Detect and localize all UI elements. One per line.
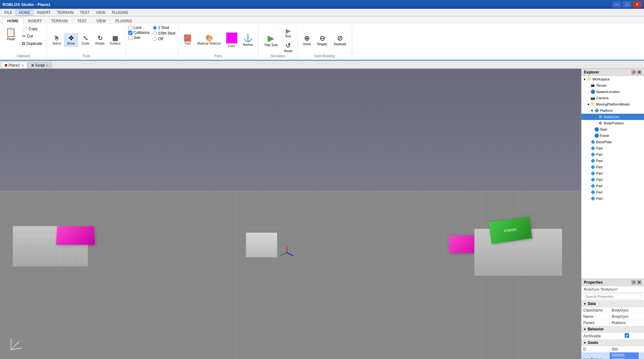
color-swatch[interactable] (226, 32, 237, 44)
separate-button[interactable]: ⊘ Separate (331, 33, 349, 47)
tree-part-8[interactable]: 🔷 Part (581, 189, 644, 195)
menu-plugins[interactable]: PLUGINS (108, 10, 131, 15)
script-tab-label: Script (35, 63, 45, 68)
rotate-button[interactable]: ↻ Rotate (93, 33, 107, 47)
menu-home[interactable]: HOME (15, 9, 34, 16)
tab-insert[interactable]: INSERT (23, 18, 47, 24)
menu-view[interactable]: VIEW (92, 10, 108, 15)
stud-1-radio[interactable] (153, 26, 157, 30)
viewport[interactable]: FINISH (0, 69, 581, 359)
negate-icon: ⊖ (319, 34, 325, 42)
stud-off-radio[interactable] (153, 37, 157, 41)
maxtorque-expand-btn[interactable]: ▶ (639, 357, 644, 359)
copy-button[interactable]: 📄 Copy (20, 25, 44, 32)
tab-script[interactable]: Script ✕ (28, 62, 52, 68)
run-button[interactable]: ▶ Run (282, 25, 295, 40)
reset-icon: ↺ (286, 42, 291, 49)
tab-view[interactable]: VIEW (92, 18, 111, 24)
tab-test[interactable]: TEST (72, 18, 92, 24)
join-checkbox[interactable] (128, 36, 132, 40)
collisions-label: Collisions (134, 30, 150, 35)
menu-test[interactable]: TEST (77, 10, 93, 15)
tree-workspace[interactable]: ▼ 📁 Workspace (581, 76, 644, 82)
parts-group: 🧱 Part 🎨 Material Selector Color ⚓ Ancho… (178, 25, 259, 59)
lock-checkbox-item[interactable]: Lock (128, 25, 150, 30)
play-solo-button[interactable]: ▶ Play Solo (261, 31, 281, 48)
cut-button[interactable]: ✂ Cut (20, 33, 44, 40)
d-prop-value[interactable]: 500 (610, 346, 644, 352)
lock-checkbox[interactable] (128, 26, 132, 30)
paste-button[interactable]: 📋 Paste (3, 25, 19, 42)
tree-platform[interactable]: ▼ 🔷 Platform (581, 107, 644, 114)
tree-start[interactable]: 🔵 Start (581, 126, 644, 133)
explorer-close-button[interactable]: ✕ (637, 70, 641, 74)
tree-part-5[interactable]: 🔷 Part (581, 170, 644, 177)
tab-place1[interactable]: Place1 ✕ (1, 62, 27, 68)
tree-part-2[interactable]: 🔷 Part (581, 151, 644, 158)
menu-insert[interactable]: INSERT (34, 10, 54, 15)
data-section-arrow: ▼ (583, 302, 586, 306)
goals-section-header[interactable]: ▼ Goals (581, 340, 644, 346)
tab-plugins[interactable]: PLUGINS (111, 18, 137, 24)
part8-icon: 🔷 (590, 190, 595, 195)
union-label: Union (303, 42, 311, 46)
tree-part-3[interactable]: 🔷 Part (581, 158, 644, 164)
bodypos-label: BodyPosition (604, 121, 624, 125)
stud-fifth-radio[interactable] (153, 31, 157, 35)
tab-home[interactable]: HOME (3, 18, 23, 25)
duplicate-button[interactable]: ⧉ Duplicate (20, 40, 44, 47)
window-title: ROBLOX Studio - Place1 (3, 2, 50, 7)
explorer-pin-button[interactable]: 📌 (631, 70, 636, 74)
collisions-checkbox[interactable] (128, 31, 132, 35)
part-button[interactable]: 🧱 Part (181, 33, 195, 47)
part4-icon: 🔷 (590, 165, 595, 170)
part6-icon: 🔷 (590, 177, 595, 182)
tree-baseplate[interactable]: 🔷 BasePlate (581, 139, 644, 145)
negate-button[interactable]: ⊖ Negate (314, 33, 330, 47)
tree-spawnlocation[interactable]: 🔵 SpawnLocation (581, 89, 644, 95)
tree-part-1[interactable]: 🔷 Part (581, 145, 644, 151)
menu-terrain[interactable]: TERRAIN (54, 10, 77, 15)
properties-pin-button[interactable]: 📌 (631, 280, 636, 285)
join-checkbox-item[interactable]: Join (128, 35, 150, 40)
tree-camera[interactable]: 📷 Camera (581, 95, 644, 101)
scale-button[interactable]: ⤡ Scale (79, 33, 92, 47)
material-icon: 🎨 (205, 35, 213, 41)
minimize-button[interactable]: — (613, 1, 621, 8)
maximize-button[interactable]: □ (623, 1, 631, 8)
archivable-checkbox[interactable] (612, 333, 642, 338)
color-button[interactable]: Color (224, 31, 240, 49)
maxtorque-prop-value[interactable]: 400000, 400000, 400000 (610, 352, 639, 359)
surface-button[interactable]: ▦ Surface (108, 33, 123, 47)
tree-part-7[interactable]: 🔷 Part (581, 183, 644, 189)
properties-close-button[interactable]: ✕ (637, 280, 641, 285)
close-button[interactable]: ✕ (633, 1, 641, 8)
reset-button[interactable]: ↺ Reset (282, 40, 295, 54)
collisions-checkbox-item[interactable]: Collisions (128, 30, 150, 35)
select-button[interactable]: 🖱 Select (50, 33, 64, 47)
tab-terrain[interactable]: TERRAIN (47, 18, 73, 24)
finish-label: Finish (600, 134, 609, 138)
script-close[interactable]: ✕ (46, 64, 48, 67)
part-label: Part (185, 42, 190, 45)
tree-terrain[interactable]: 🏔 Terrain (581, 82, 644, 89)
tree-movingplatformmodel[interactable]: ▼ 📁 MovingPlatformModel (581, 101, 644, 107)
move-button[interactable]: ✥ Move (64, 33, 78, 47)
data-section-header[interactable]: ▼ Data (581, 301, 644, 307)
union-button[interactable]: ⊕ Union (300, 33, 314, 47)
menu-file[interactable]: FILE (1, 10, 15, 15)
surface-label: Surface (110, 42, 120, 45)
tree-part-9[interactable]: 🔷 Part (581, 195, 644, 202)
parent-prop-value: Platform (610, 320, 644, 326)
anchor-button[interactable]: ⚓ Anchor (240, 32, 256, 48)
properties-search-input[interactable] (584, 294, 641, 299)
tree-bodyposition[interactable]: ⚙ BodyPosition (581, 120, 644, 126)
tree-part-4[interactable]: 🔷 Part (581, 164, 644, 170)
tree-bodygyro[interactable]: ⚙ BodyGyro (581, 114, 644, 120)
tree-finish[interactable]: 🔵 Finish (581, 133, 644, 139)
part9-icon: 🔷 (590, 196, 595, 201)
place1-close[interactable]: ✕ (21, 64, 24, 67)
tree-part-6[interactable]: 🔷 Part (581, 177, 644, 183)
behavior-section-header[interactable]: ▼ Behavior (581, 326, 644, 333)
material-selector-button[interactable]: 🎨 Material Selector (195, 33, 223, 47)
